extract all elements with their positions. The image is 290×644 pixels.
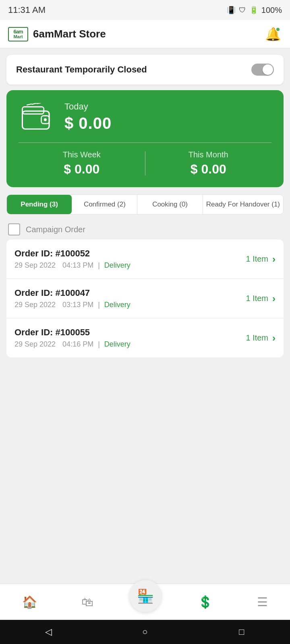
battery-icon: 🔋 — [249, 6, 258, 14]
chevron-right-icon-1: › — [272, 254, 276, 265]
order-type-3: Delivery — [104, 340, 130, 349]
order-right-2: 1 Item › — [246, 293, 276, 304]
tab-cooking[interactable]: Cooking (0) — [137, 195, 203, 214]
campaign-order-label: Campaign Order — [26, 225, 85, 234]
recents-button[interactable]: □ — [232, 622, 252, 642]
week-label: This Week — [19, 150, 145, 159]
campaign-order-row: Campaign Order — [6, 221, 284, 238]
order-id-3: Order ID: #100055 — [14, 327, 246, 338]
home-icon: 🏠 — [22, 595, 37, 609]
order-right-3: 1 Item › — [246, 332, 276, 344]
menu-icon: ☰ — [257, 595, 268, 609]
order-type-1: Delivery — [104, 261, 130, 270]
order-row[interactable]: Order ID: #100047 29 Sep 2022 03:13 PM |… — [6, 279, 284, 318]
wallet-icon-wrap — [19, 101, 55, 134]
order-meta-1: 29 Sep 2022 04:13 PM | Delivery — [14, 261, 246, 270]
chevron-right-icon-2: › — [272, 293, 276, 304]
order-type-2: Delivery — [104, 301, 130, 309]
order-meta-3: 29 Sep 2022 04:16 PM | Delivery — [14, 340, 246, 349]
wallet-icon — [21, 103, 53, 132]
order-info-3: Order ID: #100055 29 Sep 2022 04:16 PM |… — [14, 327, 246, 349]
orders-icon: 🛍 — [81, 595, 93, 609]
order-item-count-1: 1 Item — [246, 254, 268, 264]
order-id-2: Order ID: #100047 — [14, 288, 246, 298]
order-time-3: 04:16 PM — [62, 340, 93, 349]
svg-point-3 — [44, 118, 47, 121]
order-right-1: 1 Item › — [246, 254, 276, 265]
logo-mart-text: Mart — [13, 34, 23, 39]
store-icon: 🏪 — [137, 588, 154, 604]
today-amount: $ 0.00 — [64, 114, 271, 132]
system-nav-bar: ◁ ○ □ — [0, 620, 290, 644]
order-info-1: Order ID: #100052 29 Sep 2022 04:13 PM |… — [14, 248, 246, 270]
nav-store-center-button[interactable]: 🏪 — [129, 580, 162, 612]
bottom-navigation: 🏠 🛍 🏪 💲 ☰ — [0, 584, 290, 620]
svg-line-4 — [27, 104, 31, 105]
chevron-right-icon-3: › — [272, 332, 276, 344]
today-label: Today — [64, 101, 271, 112]
app-title: 6amMart Store — [33, 28, 106, 40]
order-meta-2: 29 Sep 2022 03:13 PM | Delivery — [14, 301, 246, 309]
earnings-card: Today $ 0.00 This Week $ 0.00 This Month… — [6, 90, 284, 187]
month-earnings-stat: This Month $ 0.00 — [145, 150, 272, 177]
week-amount: $ 0.00 — [19, 162, 145, 177]
month-label: This Month — [145, 150, 272, 159]
today-earnings-section: Today $ 0.00 — [64, 101, 271, 132]
order-tabs: Pending (3) Confirmed (2) Cooking (0) Re… — [6, 194, 284, 215]
restaurant-toggle-label: Restaurant Temporarily Closed — [16, 64, 147, 75]
earnings-divider — [19, 142, 271, 143]
earnings-top: Today $ 0.00 — [19, 101, 271, 134]
notification-button[interactable]: 🔔 — [264, 25, 282, 43]
toggle-knob — [263, 64, 273, 75]
tab-confirmed[interactable]: Confirmed (2) — [72, 195, 137, 214]
order-date-1: 29 Sep 2022 — [14, 261, 56, 270]
status-time: 11:31 AM — [8, 5, 46, 15]
status-icons: 📳 🛡 🔋 100% — [227, 6, 282, 15]
nav-menu[interactable]: ☰ — [249, 592, 276, 612]
logo-6am-text: 6am — [13, 29, 23, 34]
earnings-icon: 💲 — [198, 595, 213, 609]
svg-line-6 — [37, 103, 41, 103]
order-date-2: 29 Sep 2022 — [14, 301, 56, 309]
order-item-count-3: 1 Item — [246, 333, 268, 343]
app-logo: 6am Mart — [8, 27, 28, 41]
campaign-order-checkbox[interactable] — [8, 223, 20, 235]
app-header: 6am Mart 6amMart Store 🔔 — [0, 20, 290, 48]
week-earnings-stat: This Week $ 0.00 — [19, 150, 145, 177]
svg-line-5 — [32, 103, 36, 104]
home-button[interactable]: ○ — [135, 622, 155, 642]
restaurant-toggle-card: Restaurant Temporarily Closed — [6, 55, 284, 85]
shield-icon: 🛡 — [239, 6, 246, 14]
order-row[interactable]: Order ID: #100055 29 Sep 2022 04:16 PM |… — [6, 318, 284, 357]
nav-earnings[interactable]: 💲 — [190, 592, 221, 612]
earnings-bottom: This Week $ 0.00 This Month $ 0.00 — [19, 150, 271, 177]
notification-dot — [276, 27, 280, 32]
status-bar: 11:31 AM 📳 🛡 🔋 100% — [0, 0, 290, 20]
month-amount: $ 0.00 — [145, 162, 272, 177]
order-time-1: 04:13 PM — [62, 261, 93, 270]
restaurant-toggle-switch[interactable] — [251, 64, 274, 76]
battery-text: 100% — [261, 6, 282, 15]
tab-ready-for-handover[interactable]: Ready For Handover (1) — [203, 195, 283, 214]
order-id-1: Order ID: #100052 — [14, 248, 246, 259]
tab-pending[interactable]: Pending (3) — [7, 195, 72, 214]
nav-orders[interactable]: 🛍 — [73, 592, 102, 612]
order-row[interactable]: Order ID: #100052 29 Sep 2022 04:13 PM |… — [6, 239, 284, 279]
header-left: 6am Mart 6amMart Store — [8, 27, 106, 41]
svg-rect-1 — [22, 107, 44, 114]
order-date-3: 29 Sep 2022 — [14, 340, 56, 349]
orders-list: Order ID: #100052 29 Sep 2022 04:13 PM |… — [6, 239, 284, 357]
nav-home[interactable]: 🏠 — [14, 592, 45, 612]
order-item-count-2: 1 Item — [246, 294, 268, 303]
order-time-2: 03:13 PM — [62, 301, 93, 309]
back-button[interactable]: ◁ — [38, 622, 58, 642]
order-info-2: Order ID: #100047 29 Sep 2022 03:13 PM |… — [14, 288, 246, 309]
order-tabs-container: Pending (3) Confirmed (2) Cooking (0) Re… — [6, 194, 284, 215]
vibrate-icon: 📳 — [227, 6, 236, 14]
